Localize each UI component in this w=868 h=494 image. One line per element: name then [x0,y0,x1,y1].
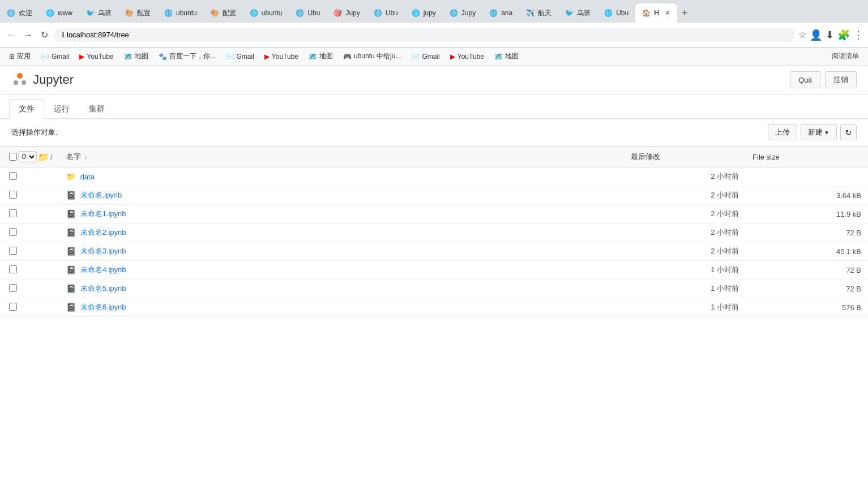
table-row[interactable]: 📁 data 2 小时前 [0,167,868,186]
tab-close-active[interactable]: ✕ [665,9,670,17]
folder-path-icon[interactable]: 📁 [38,152,49,162]
bookmark-maps1[interactable]: 🗺️ 地图 [119,50,153,63]
reload-button[interactable]: ↻ [39,27,50,42]
th-name[interactable]: 名字 ↓ [59,147,624,167]
browser-tab-11[interactable]: 🌐 Jupy [443,3,482,23]
bookmark-youtube3[interactable]: ▶ YouTube [446,51,489,62]
maps3-icon: 🗺️ [494,53,503,61]
quit-button[interactable]: Quit [790,71,820,88]
bookmark-maps2[interactable]: 🗺️ 地图 [304,50,337,63]
notebook-icon-7: 📓 [66,303,76,312]
table-row[interactable]: 📓 未命名1.ipynb 2 小时前 11.9 kB [0,205,868,224]
refresh-button[interactable]: ↻ [840,124,857,140]
back-button[interactable]: ← [5,28,18,42]
table-row[interactable]: 📓 未命名4.ipynb 1 小时前 72 B [0,261,868,280]
browser-tab-13[interactable]: ✈️ 航天 [519,3,558,23]
new-dropdown-arrow[interactable]: ▼ [824,130,829,136]
bookmark-maps3[interactable]: 🗺️ 地图 [490,50,523,63]
row-checkbox-7[interactable] [9,303,17,311]
browser-tab-10[interactable]: 🌐 jupy [405,3,443,23]
browser-menu-icon[interactable]: ⋮ [853,29,863,41]
row-name-cell-4[interactable]: 📓 未命名3.ipynb [59,242,624,261]
th-modified[interactable]: 最后修改 [624,147,746,167]
file-link-2[interactable]: 未命名1.ipynb [80,209,126,219]
file-link-3[interactable]: 未命名2.ipynb [80,227,126,238]
row-checkbox-6[interactable] [9,284,17,292]
baidu-icon: 🐾 [159,53,167,61]
gmail2-icon: ✉️ [226,53,234,61]
file-link-5[interactable]: 未命名4.ipynb [80,265,126,275]
notebook-icon-6: 📓 [66,284,76,293]
row-name-cell-2[interactable]: 📓 未命名1.ipynb [59,205,624,224]
url-bar[interactable]: ℹ localhost:8974/tree [54,28,795,42]
bookmark-gmail1[interactable]: ✉️ Gmail [36,51,74,62]
notebook-icon-5: 📓 [66,265,76,274]
row-name-cell-5[interactable]: 📓 未命名4.ipynb [59,261,624,280]
file-link-7[interactable]: 未命名6.ipynb [80,302,126,312]
reader-mode-button[interactable]: 阅读清单 [827,50,863,63]
browser-tab-5[interactable]: 🎨 配置 [204,3,243,23]
table-row[interactable]: 📓 未命名.ipynb 2 小时前 3.64 kB [0,186,868,205]
browser-tab-2[interactable]: 🐦 乌班 [79,3,118,23]
browser-tab-7[interactable]: 🌐 Ubu [289,3,327,23]
bookmark-star-icon[interactable]: ☆ [798,29,806,40]
row-name-cell-1[interactable]: 📓 未命名.ipynb [59,186,624,205]
file-link-6[interactable]: 未命名5.ipynb [80,283,126,294]
table-row[interactable]: 📓 未命名2.ipynb 2 小时前 72 B [0,224,868,242]
tab-favicon-2: 🐦 [86,9,95,17]
browser-tab-6[interactable]: 🌐 ubuntu [243,3,289,23]
bookmark-apps[interactable]: ⊞ 应用 [5,50,35,63]
profile-icon[interactable]: 👤 [810,29,822,41]
row-checkbox-3[interactable] [9,228,17,236]
bookmarks-bar: ⊞ 应用 ✉️ Gmail ▶ YouTube 🗺️ 地图 🐾 百度一下，你..… [0,48,868,66]
browser-tab-9[interactable]: 🌐 Ubu [367,3,405,23]
shutdown-button[interactable]: 注销 [825,71,857,88]
row-name-cell-6[interactable]: 📓 未命名5.ipynb [59,280,624,298]
select-count[interactable]: 0 [18,151,37,162]
tab-clusters[interactable]: 集群 [79,99,114,119]
browser-tab-15[interactable]: 🌐 Ubu [597,3,635,23]
browser-tab-1[interactable]: 🌐 www [39,3,79,23]
new-button[interactable]: 新建 ▼ [801,124,837,140]
tab-title-3: 配置 [137,8,151,18]
extension-icon[interactable]: 🧩 [837,29,850,41]
tab-files[interactable]: 文件 [9,99,44,119]
file-link-0[interactable]: data [80,173,95,181]
bookmark-youtube1[interactable]: ▶ YouTube [75,51,118,62]
row-name-cell-3[interactable]: 📓 未命名2.ipynb [59,224,624,242]
table-row[interactable]: 📓 未命名3.ipynb 2 小时前 45.1 kB [0,242,868,261]
action-buttons: 上传 新建 ▼ ↻ [768,124,857,140]
download-icon[interactable]: ⬇ [826,29,834,41]
select-all-checkbox[interactable] [9,153,17,161]
row-checkbox-0[interactable] [9,172,17,180]
browser-tab-0[interactable]: 🌐 欢迎 [0,3,39,23]
new-tab-button[interactable]: + [677,7,692,19]
upload-button[interactable]: 上传 [768,124,797,140]
row-checkbox-1[interactable] [9,191,17,199]
file-link-4[interactable]: 未命名3.ipynb [80,246,126,256]
browser-tab-4[interactable]: 🌐 ubuntu [157,3,204,23]
row-checkbox-5[interactable] [9,265,17,273]
browser-tab-8[interactable]: 🎯 Jupy [327,3,366,23]
browser-tab-14[interactable]: 🐦 乌班 [558,3,597,23]
row-checkbox-2[interactable] [9,209,17,217]
browser-tab-3[interactable]: 🎨 配置 [118,3,157,23]
bookmark-gmail2[interactable]: ✉️ Gmail [221,51,259,62]
row-name-cell-7[interactable]: 📓 未命名6.ipynb [59,298,624,317]
browser-tab-12[interactable]: 🌐 ana [482,3,519,23]
tab-running[interactable]: 运行 [44,99,79,119]
forward-button[interactable]: → [22,28,35,42]
row-checkbox-4[interactable] [9,247,17,255]
bookmark-baidu[interactable]: 🐾 百度一下，你... [154,50,220,63]
jupyter-tabs: 文件 运行 集群 [0,94,868,119]
file-link-1[interactable]: 未命名.ipynb [80,190,122,200]
table-row[interactable]: 📓 未命名6.ipynb 1 小时前 576 B [0,298,868,317]
table-row[interactable]: 📓 未命名5.ipynb 1 小时前 72 B [0,280,868,298]
bookmark-youtube2[interactable]: ▶ YouTube [260,51,303,62]
tab-title-10: jupy [424,9,436,17]
bookmark-gmail3[interactable]: ✉️ Gmail [407,51,444,62]
bookmark-ubuntu[interactable]: 🎮 ubuntu 中给ju... [339,50,405,63]
row-name-cell-0[interactable]: 📁 data [59,167,624,186]
browser-tab-active[interactable]: 🏠 H ✕ [635,3,677,23]
bookmark-gmail3-label: Gmail [422,53,439,61]
